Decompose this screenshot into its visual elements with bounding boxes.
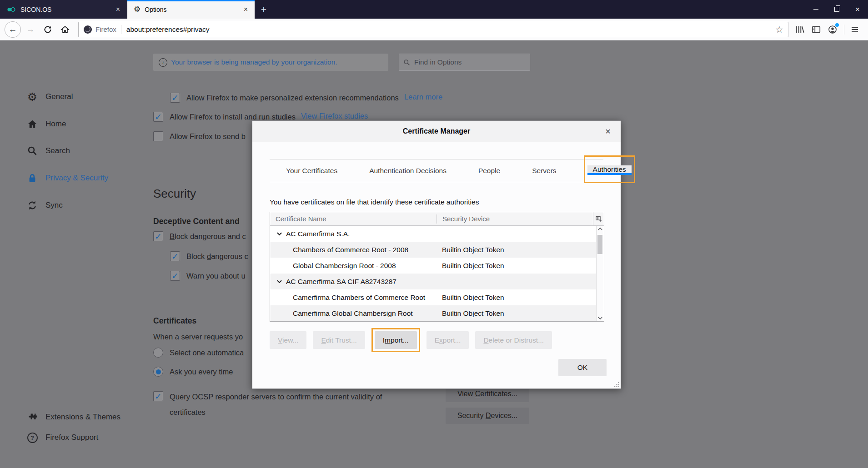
back-button[interactable]: ← [5, 21, 21, 38]
options-favicon-gear-icon: ⚙ [134, 5, 140, 13]
forward-button[interactable]: → [23, 22, 38, 37]
sidebar-item-extensions-themes[interactable]: Extensions & Themes [26, 407, 120, 427]
checkbox-checked[interactable]: ✓ [170, 251, 180, 261]
table-row[interactable]: AC Camerfirma S.A. [270, 226, 596, 242]
column-header-certificate-name[interactable]: Certificate Name [270, 215, 437, 223]
checkbox-checked[interactable]: ✓ [153, 112, 163, 122]
scroll-down-icon[interactable] [597, 316, 604, 320]
tab-close-icon[interactable]: × [241, 5, 250, 14]
button-label: Delete or Distrust... [483, 336, 544, 344]
sidebar-item-label: Privacy & Security [45, 174, 108, 183]
button-label: View Certificates... [457, 390, 517, 398]
checkbox-unchecked[interactable] [153, 131, 163, 141]
reload-button[interactable] [40, 22, 55, 37]
tab-options[interactable]: ⚙ Options × [127, 0, 255, 19]
radio-unselected[interactable] [153, 348, 163, 358]
security-devices-button[interactable]: Security Devices... [446, 408, 529, 424]
menu-button[interactable] [847, 22, 863, 37]
managed-by-org-link[interactable]: Your browser is being managed by your or… [171, 58, 337, 66]
table-row[interactable]: Global Chambersign Root - 2008Builtin Ob… [270, 258, 596, 274]
scrollbar-thumb[interactable] [597, 235, 602, 254]
tab-bar: SICON.OS × ⚙ Options × + × [0, 0, 868, 19]
checkbox-label: Warn you about u [186, 271, 246, 281]
table-row[interactable]: Camerfirma Global Chambersign RootBuilti… [270, 305, 596, 321]
export-button[interactable]: Export... [426, 331, 469, 349]
window-close-button[interactable]: × [847, 0, 868, 19]
tab-your-certificates[interactable]: Your Certificates [281, 159, 342, 182]
resize-grip-icon[interactable] [613, 381, 620, 388]
edit-trust-button[interactable]: Edit Trust... [313, 331, 365, 349]
checkbox-row-block-dangerous-downloads: ✓ Block dangerous c [170, 251, 248, 262]
ok-button[interactable]: OK [558, 359, 607, 376]
security-device-cell: Builtin Object Token [437, 246, 596, 254]
home-button[interactable] [57, 22, 73, 37]
table-row[interactable]: Chambers of Commerce Root - 2008Builtin … [270, 242, 596, 258]
home-icon [26, 118, 38, 130]
sidebar-item-home[interactable]: Home [26, 114, 66, 134]
radio-selected[interactable] [153, 367, 163, 377]
info-icon: i [159, 58, 167, 67]
import-button[interactable]: Import... [375, 331, 417, 349]
titlebar-spacer [273, 0, 805, 19]
sidebar-item-privacy-security[interactable]: Privacy & Security [26, 168, 108, 188]
tab-servers[interactable]: Servers [527, 159, 561, 182]
puzzle-piece-icon [26, 411, 38, 423]
lock-icon [26, 172, 38, 184]
table-scrollbar[interactable] [596, 226, 604, 321]
security-device-cell: Builtin Object Token [437, 309, 596, 318]
table-row[interactable]: Camerfirma Chambers of Commerce RootBuil… [270, 289, 596, 305]
certificate-name-cell: Global Chambersign Root - 2008 [270, 262, 437, 270]
restore-icon [834, 7, 839, 12]
security-heading: Security [153, 187, 196, 201]
managed-by-org-banner: i Your browser is being managed by your … [153, 54, 388, 71]
tab-close-icon[interactable]: × [114, 5, 122, 14]
table-row[interactable]: AC Camerfirma SA CIF A82743287 [270, 274, 596, 289]
column-picker-icon [595, 215, 602, 222]
window-minimize-button[interactable] [805, 0, 826, 19]
view-studies-link[interactable]: View Firefox studies [301, 112, 368, 120]
sidebar-item-sync[interactable]: Sync [26, 195, 63, 215]
tab-sicon-os[interactable]: SICON.OS × [0, 0, 127, 19]
url-bar[interactable]: Firefox about:preferences#privacy ☆ [78, 22, 788, 37]
find-in-options-input[interactable] [413, 58, 526, 67]
sidebars-button[interactable] [808, 22, 824, 37]
checkbox-label: Allow Firefox to send b [170, 131, 246, 142]
radio-label: Ask you every time [170, 367, 233, 377]
tab-authentication-decisions[interactable]: Authentication Decisions [365, 159, 451, 182]
tab-people[interactable]: People [474, 159, 505, 182]
certificates-heading: Certificates [153, 316, 196, 326]
certificate-table-body: AC Camerfirma S.A.Chambers of Commerce R… [270, 226, 596, 321]
sidebar-item-firefox-support[interactable]: ? Firefox Support [26, 428, 98, 448]
sidebar-item-general[interactable]: ⚙ General [26, 87, 73, 107]
url-text[interactable]: about:preferences#privacy [126, 25, 772, 34]
scroll-up-icon[interactable] [597, 227, 604, 231]
checkbox-checked[interactable]: ✓ [153, 391, 163, 401]
checkbox-checked[interactable]: ✓ [170, 93, 180, 103]
new-tab-button[interactable]: + [255, 0, 273, 19]
button-label: Security Devices... [457, 412, 518, 420]
delete-or-distrust-button[interactable]: Delete or Distrust... [475, 331, 552, 349]
checkbox-checked[interactable]: ✓ [153, 231, 163, 241]
column-header-security-device[interactable]: Security Device [437, 215, 593, 223]
chevron-down-icon[interactable] [276, 279, 282, 284]
find-in-options-box[interactable] [399, 54, 530, 71]
certificate-name-cell: AC Camerfirma SA CIF A82743287 [270, 278, 437, 286]
firefox-logo-icon [83, 25, 92, 34]
tab-authorities[interactable]: Authorities [587, 165, 632, 175]
sync-icon [26, 199, 38, 211]
account-button[interactable] [825, 22, 840, 37]
minimize-icon [813, 9, 818, 10]
dialog-close-icon[interactable]: × [602, 125, 613, 138]
sidebar-item-search[interactable]: Search [26, 141, 70, 161]
sidebar-toggle-icon [811, 25, 821, 35]
window-restore-button[interactable] [826, 0, 847, 19]
bookmark-star-icon[interactable]: ☆ [775, 24, 783, 35]
checkbox-checked[interactable]: ✓ [170, 271, 180, 281]
page-content-dimmed: ⚙ General Home Search Privacy & Security [0, 40, 868, 468]
learn-more-link[interactable]: Learn more [404, 93, 442, 101]
library-button[interactable] [792, 22, 808, 37]
column-picker-button[interactable] [593, 212, 604, 225]
view-button[interactable]: View... [270, 331, 306, 349]
chevron-down-icon[interactable] [276, 231, 282, 236]
certificate-manager-dialog: Certificate Manager × Your Certificates … [252, 120, 621, 389]
